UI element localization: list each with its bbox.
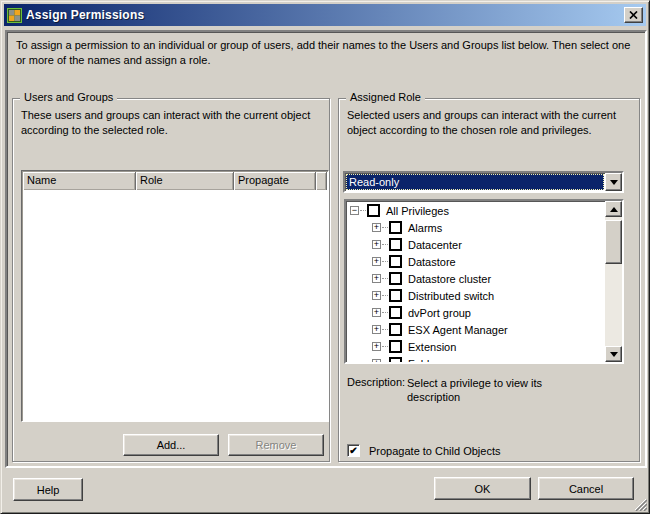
add-button[interactable]: Add... [123,434,219,456]
assigned-role-legend: Assigned Role [346,91,425,103]
privilege-label: ESX Agent Manager [408,324,508,336]
privilege-row[interactable]: +Datastore [347,253,604,270]
tree-connector [382,244,388,245]
privilege-checkbox[interactable] [389,323,402,336]
cancel-button[interactable]: Cancel [538,477,634,500]
privilege-row[interactable]: +Datastore cluster [347,270,604,287]
expand-icon[interactable]: + [372,274,381,283]
vmware-app-icon [7,8,22,23]
scroll-up-button[interactable] [605,201,622,217]
remove-button[interactable]: Remove [228,434,324,456]
privilege-row[interactable]: +dvPort group [347,304,604,321]
dropdown-arrow-button[interactable] [605,173,622,191]
privilege-label: Datastore [408,256,456,268]
propagate-checkbox[interactable]: ✔ [347,444,360,457]
description-value: Select a privilege to view its descripti… [407,376,579,404]
assign-permissions-dialog: Assign Permissions To assign a permissio… [0,0,650,514]
window-title: Assign Permissions [26,8,144,22]
scroll-down-button[interactable] [605,346,622,362]
scroll-down-icon [610,352,618,361]
users-groups-table-header: NameRolePropagate [23,172,327,190]
scrollbar-thumb[interactable] [605,220,622,264]
privilege-row[interactable]: +Extension [347,338,604,355]
privilege-checkbox[interactable] [389,238,402,251]
privileges-tree[interactable]: −All Privileges+Alarms+Datacenter+Datast… [344,199,624,364]
privilege-checkbox[interactable] [389,357,402,362]
privilege-checkbox[interactable] [389,306,402,319]
privilege-label: Datastore cluster [408,273,491,285]
privilege-label: All Privileges [386,205,449,217]
privilege-row[interactable]: +ESX Agent Manager [347,321,604,338]
users-groups-table[interactable]: NameRolePropagate [21,170,329,422]
ok-button[interactable]: OK [434,477,531,500]
resize-grip-icon[interactable] [634,498,647,511]
tree-connector [382,312,388,313]
privilege-row[interactable]: +Distributed switch [347,287,604,304]
column-header-name[interactable]: Name [23,172,136,190]
propagate-checkbox-row[interactable]: ✔ Propagate to Child Objects [347,444,500,457]
column-header-role[interactable]: Role [136,172,234,190]
expand-icon[interactable]: + [372,308,381,317]
privilege-row[interactable]: +Alarms [347,219,604,236]
description-label: Description: [347,376,407,404]
users-and-groups-description: These users and groups can interact with… [21,108,323,138]
users-and-groups-group: Users and Groups These users and groups … [12,98,330,462]
privilege-description-row: Description: Select a privilege to view … [347,376,579,404]
privilege-checkbox[interactable] [389,255,402,268]
tree-connector [382,346,388,347]
titlebar[interactable]: Assign Permissions [4,4,646,26]
expand-icon[interactable]: + [372,359,381,362]
privilege-checkbox[interactable] [389,340,402,353]
column-header-blank [316,172,327,190]
users-and-groups-legend: Users and Groups [20,91,117,103]
privilege-label: dvPort group [408,307,471,319]
privilege-checkbox[interactable] [389,289,402,302]
close-button[interactable] [624,7,643,23]
privilege-label: Datacenter [408,239,462,251]
privilege-checkbox[interactable] [367,204,380,217]
chevron-down-icon [610,180,618,189]
privilege-checkbox[interactable] [389,272,402,285]
dialog-body: To assign a permission to an individual … [5,30,647,468]
tree-connector [382,295,388,296]
tree-connector [382,261,388,262]
privilege-label: Folder [408,358,439,363]
help-button[interactable]: Help [13,478,83,501]
tree-scrollbar[interactable] [605,201,622,362]
privilege-label: Alarms [408,222,442,234]
close-icon [629,11,638,19]
intro-text: To assign a permission to an individual … [16,38,636,68]
assigned-role-group: Assigned Role Selected users and groups … [338,98,640,462]
privilege-checkbox[interactable] [389,221,402,234]
propagate-checkbox-label: Propagate to Child Objects [369,445,500,457]
expand-icon[interactable]: + [372,325,381,334]
tree-connector [382,227,388,228]
tree-connector [382,329,388,330]
scroll-up-icon [610,203,618,212]
expand-icon[interactable]: + [372,257,381,266]
expand-icon[interactable]: + [372,291,381,300]
assigned-role-description: Selected users and groups can interact w… [347,108,635,138]
expand-icon[interactable]: + [372,342,381,351]
role-selected-value: Read-only [346,174,604,190]
privilege-label: Distributed switch [408,290,494,302]
privilege-row[interactable]: +Folder [347,355,604,362]
privilege-label: Extension [408,341,456,353]
expand-icon[interactable]: + [372,223,381,232]
users-groups-table-body[interactable] [23,190,327,420]
collapse-icon[interactable]: − [350,206,359,215]
privilege-row[interactable]: −All Privileges [347,202,604,219]
privilege-row[interactable]: +Datacenter [347,236,604,253]
role-dropdown[interactable]: Read-only [343,171,624,193]
tree-connector [360,210,366,211]
expand-icon[interactable]: + [372,240,381,249]
tree-connector [382,278,388,279]
column-header-propagate[interactable]: Propagate [234,172,316,190]
